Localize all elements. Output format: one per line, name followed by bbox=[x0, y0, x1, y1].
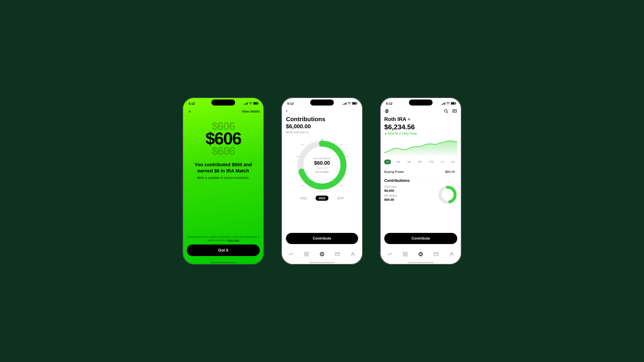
view-details-link[interactable]: View details bbox=[242, 110, 260, 113]
year-2023[interactable]: 2023 bbox=[316, 196, 328, 201]
svg-rect-27 bbox=[406, 255, 407, 256]
back-button[interactable]: ‹ bbox=[286, 108, 288, 113]
match-label: IRA Match bbox=[384, 194, 397, 197]
time-all[interactable]: ALL bbox=[449, 160, 457, 164]
tab-grid-icon-3[interactable] bbox=[402, 251, 408, 257]
time-2: 5:12 bbox=[287, 102, 294, 105]
battery-icon-1 bbox=[253, 102, 258, 105]
total-item: 2023 total $6,000 bbox=[384, 185, 397, 192]
contribute-button-2[interactable]: Contribute bbox=[286, 233, 358, 244]
roth-change: ▲ $234.56 (1.23%) Today bbox=[384, 132, 457, 135]
learn-more-link[interactable]: Learn more bbox=[227, 239, 239, 242]
match-value: $60.00 bbox=[384, 198, 397, 201]
home-bar-2 bbox=[309, 262, 335, 263]
wifi-icon-3 bbox=[446, 102, 450, 105]
svg-rect-32 bbox=[434, 253, 438, 256]
settings-icon[interactable] bbox=[384, 108, 390, 114]
year-2024[interactable]: 2024 bbox=[337, 196, 344, 200]
tab-ira-icon-3[interactable] bbox=[418, 251, 424, 257]
svg-rect-7 bbox=[307, 255, 308, 256]
wifi-icon-1 bbox=[249, 102, 252, 105]
match-item: IRA Match $60.00 bbox=[384, 194, 397, 201]
tab-chart-icon-3[interactable] bbox=[387, 251, 393, 257]
contribute-button-3[interactable]: Contribute bbox=[384, 233, 457, 244]
time-ytd[interactable]: YTD bbox=[427, 160, 435, 164]
time-1w[interactable]: 1W bbox=[394, 160, 402, 164]
pct-90: 90% bbox=[301, 144, 304, 146]
tab-person-icon-3[interactable] bbox=[449, 251, 455, 257]
donut-center-amount: $60.00 bbox=[314, 160, 330, 166]
time-1d[interactable]: 1D bbox=[384, 160, 391, 164]
status-icons-3 bbox=[441, 102, 456, 105]
contributions-heading: Contributions bbox=[384, 178, 457, 183]
tab-card-icon[interactable] bbox=[334, 251, 340, 257]
svg-rect-5 bbox=[307, 252, 308, 254]
phone-2: 5:12 ‹ Contributions $6,000.00 bbox=[281, 97, 363, 265]
time-selector: 1D 1W 1M 3M YTD 1Y ALL bbox=[384, 160, 457, 164]
wifi-icon-2 bbox=[348, 102, 351, 105]
dynamic-island-1 bbox=[212, 99, 235, 105]
contributions-amount: $6,000.00 bbox=[286, 123, 358, 130]
tab-person-icon[interactable] bbox=[350, 251, 356, 257]
disclaimer-text: Instant deposits are subject to restrict… bbox=[187, 235, 260, 242]
signal-icon-1 bbox=[244, 102, 248, 105]
status-bar-3: 5:12 bbox=[380, 97, 462, 107]
contributions-title: Contributions bbox=[286, 116, 358, 123]
dynamic-island-3 bbox=[409, 99, 432, 105]
phone2-main: ‹ Contributions $6,000.00 $0.00 until ma… bbox=[281, 107, 363, 248]
tab-ira-icon-active[interactable] bbox=[319, 251, 325, 257]
header-right-icons bbox=[444, 108, 457, 114]
ira-match-label: 2022 IRA MATCH bbox=[314, 157, 330, 160]
roth-title: Roth IRA ⊕ bbox=[384, 116, 457, 122]
time-3: 5:12 bbox=[386, 102, 392, 105]
home-bar-1 bbox=[210, 262, 236, 263]
total-value: $6,000 bbox=[384, 189, 397, 192]
donut-center-bg: $60.00 bbox=[314, 166, 330, 170]
phone1-main: × View details $606 $606 $606 You contri… bbox=[182, 107, 264, 260]
amount-main: $606 bbox=[206, 130, 241, 147]
battery-icon-2 bbox=[352, 102, 357, 105]
phone-3: 5:12 bbox=[380, 97, 462, 265]
status-bar-2: 5:12 bbox=[281, 97, 363, 107]
svg-rect-4 bbox=[304, 252, 306, 254]
home-indicator-3 bbox=[380, 260, 462, 265]
contributions-subtitle: $0.00 until max i bbox=[286, 131, 358, 134]
total-label: 2023 total bbox=[384, 185, 397, 188]
pct-80: 80% bbox=[296, 155, 299, 157]
year-2022[interactable]: 2022 bbox=[300, 196, 307, 200]
earned-label: 70% EARNED bbox=[314, 171, 330, 173]
buying-power-label: Buying Power bbox=[384, 170, 404, 173]
got-it-button[interactable]: Got it bbox=[187, 245, 260, 256]
pct-20: 20% bbox=[345, 155, 348, 157]
home-indicator-1 bbox=[182, 260, 264, 265]
home-bar-3 bbox=[408, 262, 434, 263]
svg-point-15 bbox=[386, 110, 388, 112]
search-icon[interactable] bbox=[444, 108, 449, 114]
time-1: 5:12 bbox=[188, 102, 195, 105]
tab-chart-icon[interactable] bbox=[288, 251, 294, 257]
tab-bar-2 bbox=[281, 248, 363, 260]
pct-70: 70% bbox=[296, 173, 299, 175]
time-3m[interactable]: 3M bbox=[416, 160, 423, 164]
status-icons-2 bbox=[342, 102, 357, 105]
svg-point-34 bbox=[451, 252, 452, 254]
chat-icon[interactable] bbox=[452, 108, 457, 114]
year-selector: 2022 2023 2024 bbox=[286, 196, 358, 201]
time-1y[interactable]: 1Y bbox=[439, 160, 446, 164]
amount-description: You contributed $600 and earned $6 in IR… bbox=[187, 162, 260, 174]
tab-card-icon-3[interactable] bbox=[433, 251, 439, 257]
time-1m[interactable]: 1M bbox=[406, 160, 412, 164]
donut-chart: 0% 2022 IRA MATCH $60.00 $60.00 70% EARN… bbox=[294, 137, 350, 193]
dropdown-icon[interactable]: ⊕ bbox=[408, 117, 410, 121]
svg-rect-6 bbox=[304, 255, 306, 256]
close-button[interactable]: × bbox=[187, 108, 193, 114]
tab-grid-icon[interactable] bbox=[304, 251, 310, 257]
svg-line-17 bbox=[447, 112, 448, 113]
info-icon[interactable]: i bbox=[306, 131, 309, 134]
svg-point-9 bbox=[321, 253, 323, 255]
donut-center-content: 2022 IRA MATCH $60.00 $60.00 70% EARNED bbox=[314, 157, 330, 173]
phone1-nav: × View details bbox=[187, 107, 260, 116]
svg-rect-12 bbox=[335, 253, 340, 256]
buying-power-row: Buying Power $60.00 › bbox=[384, 167, 457, 176]
svg-rect-25 bbox=[406, 252, 407, 254]
